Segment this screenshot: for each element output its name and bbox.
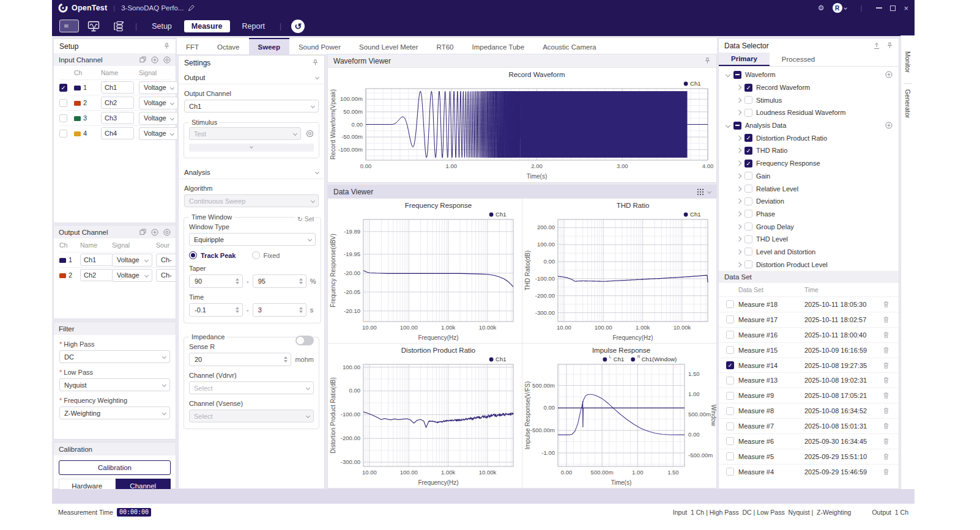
- pin-icon[interactable]: [312, 59, 319, 66]
- tab-primary[interactable]: Primary: [719, 53, 770, 66]
- tree-checkbox[interactable]: [744, 160, 752, 167]
- tree-checkbox[interactable]: [744, 134, 752, 142]
- data-set-row[interactable]: Measure #5 2025-09-29 15:51:10: [719, 449, 899, 464]
- signal-select[interactable]: Voltage: [139, 127, 178, 140]
- data-set-row[interactable]: Measure #17 2025-10-11 18:02:57: [719, 312, 899, 327]
- hardware-view-button[interactable]: [59, 20, 79, 32]
- signal-select[interactable]: Voltage: [112, 269, 152, 282]
- delete-icon[interactable]: [883, 331, 889, 339]
- tab-sweep[interactable]: Sweep: [249, 38, 289, 54]
- signal-select[interactable]: Voltage: [112, 254, 152, 267]
- row-checkbox[interactable]: [726, 392, 734, 400]
- pin-icon[interactable]: [704, 57, 711, 64]
- impedance-toggle[interactable]: [295, 336, 314, 345]
- signal-select[interactable]: Voltage: [139, 81, 178, 94]
- tree-child-item[interactable]: THD Level: [719, 233, 899, 246]
- row-checkbox[interactable]: [726, 422, 734, 430]
- maximize-button[interactable]: [890, 6, 896, 11]
- pin-icon[interactable]: [163, 43, 170, 50]
- channel-settings-icon[interactable]: [163, 56, 171, 64]
- tree-parent-item[interactable]: Waveform: [719, 68, 899, 81]
- caret-right-icon[interactable]: [737, 148, 741, 153]
- caret-down-icon[interactable]: [726, 72, 730, 77]
- tab-fft[interactable]: FFT: [177, 38, 208, 54]
- data-set-row[interactable]: Measure #6 2025-09-30 16:34:45: [719, 433, 899, 449]
- add-item-icon[interactable]: [885, 122, 893, 129]
- chevron-down-icon[interactable]: [707, 190, 711, 194]
- caret-right-icon[interactable]: [737, 110, 741, 115]
- tree-child-item[interactable]: Relative Level: [719, 182, 899, 195]
- row-checkbox[interactable]: [59, 99, 67, 107]
- tree-checkbox[interactable]: [744, 260, 752, 268]
- tree-checkbox[interactable]: [733, 122, 741, 130]
- account-menu[interactable]: R: [833, 3, 847, 13]
- tab-rt60[interactable]: RT60: [428, 38, 463, 54]
- monitor-view-button[interactable]: [84, 18, 103, 34]
- stimulus-expander[interactable]: [189, 144, 314, 152]
- window-type-select[interactable]: Equiripple: [189, 233, 316, 246]
- caret-right-icon[interactable]: [737, 136, 741, 141]
- delete-icon[interactable]: [883, 377, 889, 384]
- tab-generator[interactable]: Generator: [904, 89, 911, 118]
- calibration-button[interactable]: Calibration: [59, 460, 171, 475]
- sense-r-stepper[interactable]: 20: [189, 353, 291, 366]
- input-channel-row[interactable]: 2 Ch2 Voltage: [59, 95, 170, 110]
- tree-child-item[interactable]: Frequency Response: [719, 157, 899, 170]
- signal-select[interactable]: Voltage: [139, 97, 178, 109]
- minimize-button[interactable]: [876, 7, 882, 9]
- edit-title-icon[interactable]: [188, 5, 195, 12]
- tree-child-item[interactable]: Loudness Residual Waveform: [719, 106, 899, 119]
- filter-field-select[interactable]: Nyquist: [59, 378, 170, 391]
- channel-name-input[interactable]: Ch1: [80, 254, 113, 266]
- row-checkbox[interactable]: [726, 377, 734, 385]
- analysis-section-header[interactable]: Analysis: [179, 166, 324, 179]
- data-set-row[interactable]: Measure #16 2025-10-11 18:00:40: [719, 327, 899, 342]
- caret-right-icon[interactable]: [737, 97, 741, 102]
- data-set-row[interactable]: Measure #14 2025-10-08 19:27:35: [719, 358, 899, 373]
- tab-sound-power[interactable]: Sound Power: [289, 38, 350, 54]
- input-channel-row[interactable]: 4 Ch4 Voltage: [59, 125, 170, 141]
- tree-checkbox[interactable]: [744, 147, 752, 155]
- delete-icon[interactable]: [883, 468, 889, 476]
- channel-name-input[interactable]: Ch2: [80, 269, 113, 281]
- caret-right-icon[interactable]: [737, 212, 741, 216]
- vdrvr-select[interactable]: Select: [189, 381, 314, 394]
- delete-icon[interactable]: [883, 392, 889, 399]
- taper-to-stepper[interactable]: 95: [253, 274, 306, 288]
- tree-checkbox[interactable]: [744, 84, 752, 92]
- tree-checkbox[interactable]: [733, 71, 741, 79]
- tree-child-item[interactable]: Distortion Product Ratio: [719, 131, 899, 144]
- tab-impedance-tube[interactable]: Impedance Tube: [462, 38, 533, 54]
- tab-acoustic-camera[interactable]: Acoustic Camera: [533, 38, 606, 54]
- tab-sound-level-meter[interactable]: Sound Level Meter: [350, 38, 428, 54]
- time-from-stepper[interactable]: -0.1: [189, 303, 243, 317]
- time-to-stepper[interactable]: 3: [253, 303, 306, 317]
- flow-view-button[interactable]: [108, 18, 128, 34]
- nav-setup[interactable]: Setup: [144, 20, 179, 32]
- layout-grid-icon[interactable]: [697, 188, 704, 196]
- source-select[interactable]: Ch-: [156, 269, 176, 282]
- time-window-set-link[interactable]: ↻ Set: [295, 215, 316, 223]
- channel-settings-icon[interactable]: [163, 229, 171, 236]
- tree-child-item[interactable]: Level and Distortion: [719, 246, 899, 259]
- row-checkbox[interactable]: [726, 468, 734, 476]
- output-channel-row[interactable]: 1 Ch1 Voltage Ch-: [59, 252, 176, 267]
- taper-from-stepper[interactable]: 90: [189, 274, 243, 288]
- delete-icon[interactable]: [883, 422, 889, 430]
- stimulus-select[interactable]: Test: [189, 127, 301, 140]
- data-set-row[interactable]: Measure #13 2025-10-08 19:02:31: [719, 372, 899, 388]
- output-channel-select[interactable]: Ch1: [184, 100, 319, 112]
- caret-down-icon[interactable]: [726, 123, 730, 128]
- delete-icon[interactable]: [883, 453, 889, 460]
- tab-octave[interactable]: Octave: [208, 38, 248, 54]
- settings-gear-icon[interactable]: ⚙: [818, 4, 825, 12]
- filter-field-select[interactable]: Z-Weighting: [59, 407, 170, 419]
- tree-checkbox[interactable]: [744, 197, 752, 205]
- tree-checkbox[interactable]: [744, 109, 752, 117]
- delete-icon[interactable]: [883, 316, 889, 323]
- tree-child-item[interactable]: THD Ratio: [719, 144, 899, 157]
- caret-right-icon[interactable]: [737, 249, 741, 254]
- data-set-row[interactable]: Measure #18 2025-10-11 18:05:30: [719, 296, 899, 312]
- filter-field-select[interactable]: DC: [59, 350, 170, 363]
- tree-checkbox[interactable]: [744, 210, 752, 218]
